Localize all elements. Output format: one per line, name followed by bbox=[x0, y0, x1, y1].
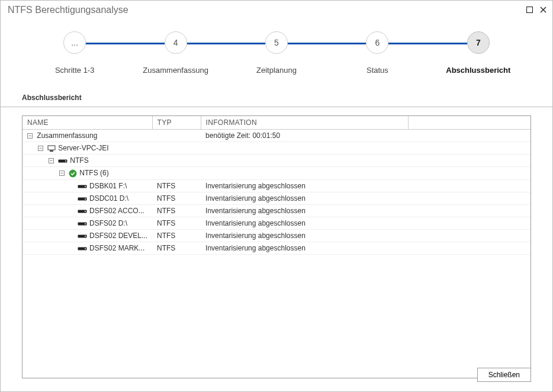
wizard-step-2[interactable]: 5Zeitplanung bbox=[226, 31, 327, 75]
window-controls bbox=[526, 6, 546, 15]
step-label: Status bbox=[366, 66, 388, 75]
row-label: NTFS bbox=[70, 156, 88, 165]
close-button[interactable]: Schließen bbox=[477, 368, 531, 382]
section-title: Abschlussbericht bbox=[1, 90, 552, 107]
disk-icon bbox=[78, 233, 87, 239]
disk-icon bbox=[78, 196, 87, 202]
col-spacer bbox=[408, 116, 531, 130]
disk-icon bbox=[78, 246, 87, 252]
disk-icon bbox=[78, 208, 87, 214]
table-header-row: NAME TYP INFORMATION bbox=[22, 116, 531, 130]
disk-icon bbox=[58, 158, 67, 164]
report-grid[interactable]: NAME TYP INFORMATION − Zusammenfassungbe… bbox=[22, 115, 531, 378]
col-info[interactable]: INFORMATION bbox=[201, 116, 408, 130]
svg-point-19 bbox=[85, 248, 86, 249]
dialog-footer: Schließen bbox=[477, 368, 531, 382]
row-ntfs-group[interactable]: − NTFS (6) bbox=[22, 167, 531, 180]
col-name[interactable]: NAME bbox=[22, 116, 152, 130]
expander-icon[interactable]: − bbox=[27, 133, 33, 139]
svg-point-13 bbox=[85, 211, 86, 212]
row-label: NTFS (6) bbox=[79, 169, 108, 177]
success-icon bbox=[69, 169, 77, 178]
wizard-stepper: ...Schritte 1-34Zusammenfassung5Zeitplan… bbox=[1, 20, 552, 79]
row-drive-0[interactable]: DSBK01 F:\NTFSInventarisierung abgeschlo… bbox=[22, 179, 531, 192]
svg-rect-0 bbox=[527, 7, 533, 12]
step-circle: ... bbox=[63, 31, 86, 54]
svg-rect-3 bbox=[48, 146, 55, 150]
close-icon[interactable] bbox=[540, 6, 546, 15]
wizard-step-4[interactable]: 7Abschlussbericht bbox=[428, 31, 529, 75]
wizard-step-1[interactable]: 4Zusammenfassung bbox=[125, 31, 226, 75]
row-label: Zusammenfassung bbox=[37, 131, 97, 140]
server-icon bbox=[47, 145, 56, 152]
row-drive-1[interactable]: DSDC01 D:\NTFSInventarisierung abgeschlo… bbox=[22, 192, 531, 204]
row-ntfs[interactable]: − NTFS bbox=[22, 155, 531, 167]
step-circle: 5 bbox=[265, 31, 288, 54]
step-circle: 7 bbox=[467, 31, 490, 54]
row-drive-4[interactable]: DSFS02 DEVEL...NTFSInventarisierung abge… bbox=[22, 229, 531, 242]
svg-point-7 bbox=[69, 169, 77, 177]
row-label: DSFS02 DEVEL... bbox=[89, 232, 147, 240]
svg-point-6 bbox=[65, 160, 66, 162]
row-label: Server-VPC-JEI bbox=[58, 144, 108, 152]
report-table: NAME TYP INFORMATION − Zusammenfassungbe… bbox=[22, 116, 531, 255]
titlebar: NTFS Berechtigungsanalyse bbox=[1, 1, 552, 20]
svg-rect-4 bbox=[50, 150, 53, 152]
row-label: DSFS02 MARK... bbox=[89, 244, 144, 252]
wizard-step-0[interactable]: ...Schritte 1-3 bbox=[24, 31, 125, 75]
step-label: Zeitplanung bbox=[256, 66, 297, 75]
step-circle: 4 bbox=[165, 31, 187, 54]
row-drive-2[interactable]: DSFS02 ACCO...NTFSInventarisierung abges… bbox=[22, 204, 531, 217]
expander-icon[interactable]: − bbox=[38, 146, 43, 151]
row-drive-3[interactable]: DSFS02 D:\NTFSInventarisierung abgeschlo… bbox=[22, 217, 531, 229]
col-type[interactable]: TYP bbox=[152, 116, 201, 130]
disk-icon bbox=[78, 221, 87, 227]
step-label: Abschlussbericht bbox=[446, 66, 510, 75]
wizard-step-3[interactable]: 6Status bbox=[327, 31, 427, 75]
row-server[interactable]: − Server-VPC-JEI bbox=[22, 142, 531, 155]
svg-point-17 bbox=[85, 236, 86, 237]
row-summary[interactable]: − Zusammenfassungbenötigte Zeit: 00:01:5… bbox=[22, 130, 531, 142]
row-label: DSDC01 D:\ bbox=[89, 194, 128, 203]
row-label: DSFS02 D:\ bbox=[89, 219, 127, 227]
svg-point-15 bbox=[85, 223, 86, 224]
step-label: Schritte 1-3 bbox=[55, 66, 94, 75]
maximize-icon[interactable] bbox=[526, 6, 533, 15]
row-drive-5[interactable]: DSFS02 MARK...NTFSInventarisierung abges… bbox=[22, 242, 531, 254]
row-label: DSBK01 F:\ bbox=[89, 182, 127, 190]
expander-icon[interactable]: − bbox=[59, 171, 65, 176]
window-title: NTFS Berechtigungsanalyse bbox=[8, 5, 128, 15]
svg-point-11 bbox=[85, 198, 86, 200]
row-label: DSFS02 ACCO... bbox=[89, 207, 144, 215]
svg-point-9 bbox=[85, 186, 86, 187]
step-label: Zusammenfassung bbox=[143, 66, 208, 75]
step-circle: 6 bbox=[366, 31, 388, 54]
disk-icon bbox=[78, 184, 87, 189]
expander-icon[interactable]: − bbox=[49, 158, 54, 163]
